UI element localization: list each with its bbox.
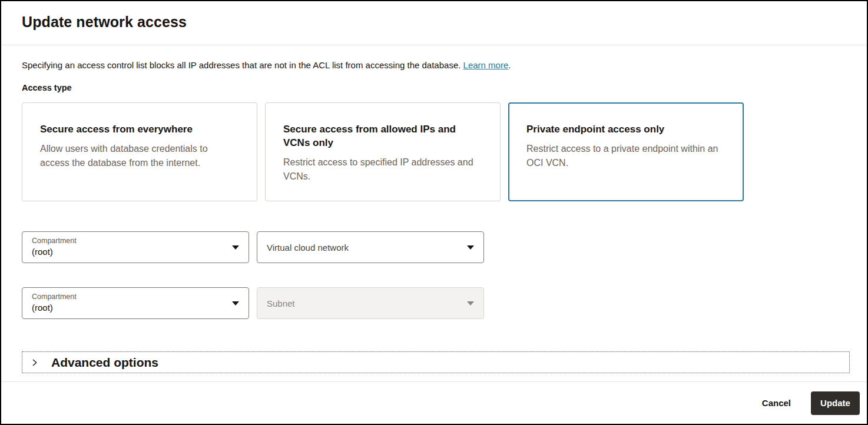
description-text: Specifying an access control list blocks… [22,60,460,70]
access-type-label: Access type [22,83,847,92]
card-secure-access-allowed-ips-vcns[interactable]: Secure access from allowed IPs and VCNs … [265,102,501,201]
compartment-label: Compartment [32,236,223,246]
caret-down-icon [232,245,239,250]
caret-down-icon [467,301,474,306]
vcn-select-row: Compartment (root) Virtual cloud network [22,231,847,263]
vcn-compartment-select[interactable]: Compartment (root) [22,231,249,263]
compartment-label: Compartment [32,292,223,302]
subnet-compartment-select[interactable]: Compartment (root) [22,287,249,319]
compartment-value: (root) [32,302,223,314]
description-suffix: . [508,60,511,70]
update-button[interactable]: Update [811,391,860,415]
update-network-access-dialog: Update network access Specifying an acce… [0,0,868,425]
virtual-cloud-network-select[interactable]: Virtual cloud network [257,231,484,263]
caret-down-icon [232,301,239,306]
card-description: Restrict access to specified IP addresse… [283,155,482,184]
card-secure-access-everywhere[interactable]: Secure access from everywhere Allow user… [22,102,257,201]
card-description: Restrict access to a private endpoint wi… [526,142,725,170]
cancel-button[interactable]: Cancel [762,393,791,413]
access-type-card-row: Secure access from everywhere Allow user… [22,102,847,201]
subnet-placeholder: Subnet [267,298,458,308]
card-description: Allow users with database credentials to… [40,142,239,170]
card-title: Secure access from everywhere [40,123,239,137]
dialog-description: Specifying an access control list blocks… [22,59,847,71]
advanced-options-label: Advanced options [51,356,158,370]
vcn-placeholder: Virtual cloud network [267,243,458,253]
dialog-title: Update network access [22,14,846,31]
advanced-options-toggle[interactable]: Advanced options [22,351,850,373]
dialog-body: Specifying an access control list blocks… [1,45,867,381]
chevron-right-icon [31,358,39,367]
learn-more-link[interactable]: Learn more [463,60,509,70]
caret-down-icon [467,245,474,250]
card-title: Private endpoint access only [526,123,725,137]
dialog-header: Update network access [1,1,867,45]
dialog-footer: Cancel Update [1,381,867,424]
card-private-endpoint-access-only[interactable]: Private endpoint access only Restrict ac… [508,102,744,201]
subnet-select: Subnet [257,287,484,319]
card-title: Secure access from allowed IPs and VCNs … [283,123,482,150]
subnet-select-row: Compartment (root) Subnet [22,287,847,319]
compartment-value: (root) [32,246,223,258]
